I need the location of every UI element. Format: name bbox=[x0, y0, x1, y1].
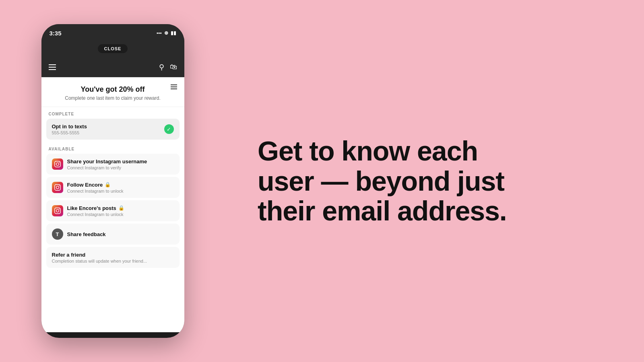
item-subtitle: Completion status will update when your … bbox=[52, 259, 174, 263]
search-icon[interactable]: ⚲ bbox=[159, 63, 164, 72]
right-section: Get to know each user — beyond just thei… bbox=[225, 112, 644, 250]
wifi-icon: ⊛ bbox=[164, 30, 168, 36]
phone-frame: 3:35 ▪▪▪ ⊛ ▮▮ CLOSE ⚲ 🛍 bbox=[41, 24, 184, 338]
status-time: 3:35 bbox=[50, 30, 62, 37]
nav-bar: ⚲ 🛍 bbox=[41, 57, 184, 77]
battery-icon: ▮▮ bbox=[171, 30, 176, 36]
lock-icon: 🔒 bbox=[105, 182, 111, 187]
item-subtitle: Connect Instagram to verify bbox=[67, 165, 174, 170]
item-content: Share your Instagram username Connect In… bbox=[67, 158, 174, 170]
feedback-icon: T bbox=[52, 228, 63, 240]
list-item[interactable]: Follow Encore 🔒 Connect Instagram to unl… bbox=[46, 177, 180, 198]
instagram-icon bbox=[52, 158, 63, 170]
card-title: You've got 20% off bbox=[49, 85, 177, 94]
list-item-left: Like Encore's posts 🔒 Connect Instagram … bbox=[52, 205, 174, 217]
available-section-label: AVAILABLE bbox=[41, 142, 184, 154]
item-title: Share your Instagram username bbox=[67, 158, 174, 165]
item-title: Refer a friend bbox=[52, 252, 174, 258]
nav-right: ⚲ 🛍 bbox=[159, 63, 177, 72]
list-item[interactable]: Share your Instagram username Connect In… bbox=[46, 154, 180, 175]
card-header: You've got 20% off Complete one last ite… bbox=[41, 77, 184, 107]
bag-icon[interactable]: 🛍 bbox=[170, 63, 177, 71]
status-icons: ▪▪▪ ⊛ ▮▮ bbox=[157, 30, 176, 36]
close-button[interactable]: CLOSE bbox=[98, 44, 128, 53]
item-content: Opt in to texts 555-555-5555 bbox=[52, 123, 164, 135]
hero-text: Get to know each user — beyond just thei… bbox=[258, 136, 507, 226]
list-item[interactable]: Like Encore's posts 🔒 Connect Instagram … bbox=[46, 200, 180, 221]
item-phone: 555-555-5555 bbox=[52, 130, 164, 135]
card-subtitle: Complete one last item to claim your rew… bbox=[49, 95, 177, 101]
signal-icon: ▪▪▪ bbox=[157, 30, 162, 36]
item-title: Like Encore's posts 🔒 bbox=[67, 205, 174, 211]
list-item-left: T Share feedback bbox=[52, 228, 174, 240]
status-bar: 3:35 ▪▪▪ ⊛ ▮▮ bbox=[41, 24, 184, 42]
hamburger-icon[interactable] bbox=[49, 64, 56, 70]
list-item[interactable]: T Share feedback bbox=[46, 224, 180, 245]
item-content: Refer a friend Completion status will up… bbox=[52, 252, 174, 263]
item-title: Opt in to texts bbox=[52, 123, 164, 130]
item-subtitle: Connect Instagram to unlock bbox=[67, 189, 174, 193]
list-item[interactable]: Refer a friend Completion status will up… bbox=[46, 247, 180, 268]
instagram-icon bbox=[52, 182, 63, 193]
instagram-icon bbox=[52, 205, 63, 216]
content-card: You've got 20% off Complete one last ite… bbox=[41, 77, 184, 332]
item-content: Follow Encore 🔒 Connect Instagram to unl… bbox=[67, 182, 174, 193]
list-item-left: Refer a friend Completion status will up… bbox=[52, 252, 174, 263]
left-section: 3:35 ▪▪▪ ⊛ ▮▮ CLOSE ⚲ 🛍 bbox=[0, 0, 225, 362]
card-menu-icon[interactable] bbox=[171, 84, 177, 89]
list-item-left: Follow Encore 🔒 Connect Instagram to unl… bbox=[52, 182, 174, 193]
check-icon: ✓ bbox=[164, 124, 174, 134]
complete-section-label: COMPLETE bbox=[41, 107, 184, 119]
item-subtitle: Connect Instagram to unlock bbox=[67, 212, 174, 217]
phone-content: You've got 20% off Complete one last ite… bbox=[41, 77, 184, 332]
list-item-left: Share your Instagram username Connect In… bbox=[52, 158, 174, 170]
item-content: Like Encore's posts 🔒 Connect Instagram … bbox=[67, 205, 174, 217]
item-title: Share feedback bbox=[67, 231, 174, 237]
list-item-left: Opt in to texts 555-555-5555 bbox=[52, 123, 164, 135]
lock-icon: 🔒 bbox=[118, 205, 124, 211]
close-bar: CLOSE bbox=[41, 42, 184, 57]
item-content: Share feedback bbox=[67, 231, 174, 237]
item-title: Follow Encore 🔒 bbox=[67, 182, 174, 188]
list-item[interactable]: Opt in to texts 555-555-5555 ✓ bbox=[46, 119, 180, 140]
